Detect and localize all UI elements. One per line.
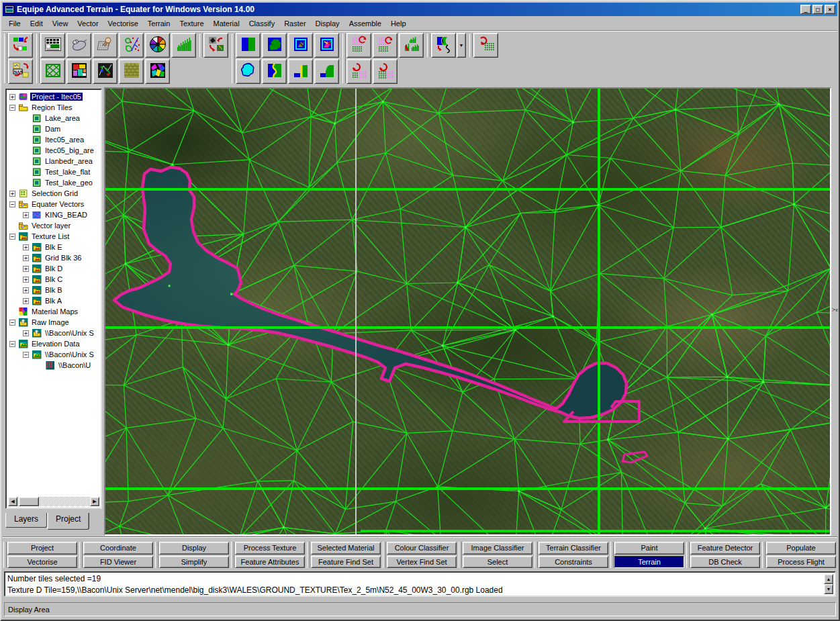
mode-button-terrain[interactable]: Terrain bbox=[614, 556, 684, 569]
expand-icon[interactable]: + bbox=[23, 287, 29, 293]
tree-label[interactable]: Blk B bbox=[44, 286, 64, 294]
mode-button-populate[interactable]: Populate bbox=[766, 542, 836, 555]
vector-s-button-dropdown[interactable]: ▼ bbox=[457, 33, 466, 58]
close-button[interactable]: × bbox=[825, 5, 835, 14]
collapse-icon[interactable]: − bbox=[9, 320, 15, 326]
tree-item-blk-a[interactable]: +Blk A bbox=[8, 295, 99, 306]
tab-layers[interactable]: Layers bbox=[5, 513, 47, 528]
scroll-up-icon[interactable]: ▲ bbox=[824, 574, 833, 584]
mode-button-fid-viewer[interactable]: FID Viewer bbox=[83, 556, 153, 569]
tree-label[interactable]: Lake_area bbox=[44, 114, 81, 122]
wireframe-button[interactable] bbox=[40, 59, 65, 84]
landmass-button[interactable] bbox=[262, 33, 287, 58]
tree-label[interactable]: Blk E bbox=[44, 243, 64, 251]
swap-dots-2-button[interactable] bbox=[373, 33, 398, 58]
tree-item-itec05-big-are[interactable]: Itec05_big_are bbox=[8, 145, 99, 156]
mode-button-constraints[interactable]: Constraints bbox=[539, 556, 608, 569]
menu-raster[interactable]: Raster bbox=[279, 18, 310, 29]
tree-item-texture-list[interactable]: −Texture List bbox=[8, 231, 99, 242]
tree-label[interactable]: Equater Vectors bbox=[30, 200, 85, 208]
tree-item-blk-c[interactable]: +Blk C bbox=[8, 274, 99, 285]
tree-label[interactable]: Grid Blk 36 bbox=[44, 254, 83, 262]
mode-button-select[interactable]: Select bbox=[463, 556, 532, 569]
tab-project[interactable]: Project bbox=[47, 513, 89, 530]
tree-label[interactable]: Llanbedr_area bbox=[44, 157, 94, 165]
expand-icon[interactable]: + bbox=[23, 266, 29, 272]
expand-icon[interactable]: + bbox=[23, 277, 29, 283]
classify-olive-button[interactable] bbox=[288, 33, 313, 58]
reload-dots-2-button[interactable] bbox=[373, 59, 398, 84]
tree-label[interactable]: KING_BEAD bbox=[44, 211, 89, 219]
mode-button-image-classifier[interactable]: Image Classifier bbox=[463, 542, 532, 555]
scroll-down-icon[interactable]: ▼ bbox=[824, 584, 833, 594]
tree-item-lake-area[interactable]: Lake_area bbox=[8, 113, 99, 124]
tree-label[interactable]: \\Bacon\U bbox=[57, 361, 92, 369]
menu-vectorise[interactable]: Vectorise bbox=[103, 18, 143, 29]
nan-tiles-button[interactable]: NAN bbox=[8, 59, 33, 84]
swap-dots-button[interactable] bbox=[346, 33, 371, 58]
expand-icon[interactable]: + bbox=[9, 94, 15, 100]
tree-item-region-tiles[interactable]: −Region Tiles bbox=[8, 102, 99, 113]
tree-label[interactable]: Blk D bbox=[44, 265, 64, 273]
expand-icon[interactable]: + bbox=[23, 330, 29, 336]
maximize-button[interactable]: □ bbox=[812, 5, 823, 14]
tree-label[interactable]: Test_lake_geo bbox=[44, 179, 94, 187]
menu-assemble[interactable]: Assemble bbox=[344, 18, 386, 29]
mode-button-db-check[interactable]: DB Check bbox=[690, 556, 760, 569]
mode-button-selected-material[interactable]: Selected Material bbox=[311, 542, 381, 555]
menu-classify[interactable]: Classify bbox=[244, 18, 280, 29]
river-button[interactable] bbox=[262, 59, 287, 84]
tree-item-test-lake-flat[interactable]: Test_lake_flat bbox=[8, 166, 99, 177]
expand-icon[interactable]: + bbox=[23, 244, 29, 250]
collapse-icon[interactable]: − bbox=[9, 201, 15, 207]
menu-terrain[interactable]: Terrain bbox=[143, 18, 175, 29]
reload-dots-button[interactable] bbox=[346, 59, 371, 84]
menu-vector[interactable]: Vector bbox=[73, 18, 103, 29]
vector-s-button[interactable] bbox=[431, 33, 456, 58]
mode-button-vectorise[interactable]: Vectorise bbox=[7, 556, 77, 569]
tree-item-bacon-unix-s[interactable]: −\\Bacon\Unix S bbox=[8, 349, 99, 360]
mode-button-colour-classifier[interactable]: Colour Classifier bbox=[387, 542, 457, 555]
sketch-button[interactable] bbox=[119, 33, 144, 58]
table-button[interactable] bbox=[40, 33, 65, 58]
mouse-button[interactable] bbox=[66, 33, 91, 58]
mode-button-display[interactable]: Display bbox=[159, 542, 229, 555]
reload-grid-button[interactable] bbox=[473, 33, 498, 58]
waterfall-button[interactable] bbox=[288, 59, 313, 84]
menu-texture[interactable]: Texture bbox=[175, 18, 208, 29]
tree-label[interactable]: Selection Grid bbox=[30, 189, 79, 197]
tree-item-bacon-u[interactable]: \\Bacon\U bbox=[8, 360, 99, 371]
map-view-button[interactable] bbox=[93, 59, 118, 84]
swap-display-button[interactable] bbox=[8, 33, 33, 58]
tree-horizontal-scrollbar[interactable]: ◀ ▶ bbox=[8, 497, 99, 506]
mode-button-feature-detector[interactable]: Feature Detector bbox=[690, 542, 760, 555]
menu-display[interactable]: Display bbox=[311, 18, 344, 29]
tree-label[interactable]: Region Tiles bbox=[30, 103, 74, 111]
collapse-icon[interactable]: − bbox=[23, 352, 29, 358]
tree-label[interactable]: Dam bbox=[44, 125, 62, 133]
lake-button[interactable] bbox=[236, 59, 261, 84]
collapse-icon[interactable]: − bbox=[9, 105, 15, 111]
tree-item-project-itec05[interactable]: +Project - Itec05 bbox=[8, 91, 99, 102]
tree-item-blk-d[interactable]: +Blk D bbox=[8, 263, 99, 274]
mode-button-vertex-find-set[interactable]: Vertex Find Set bbox=[387, 556, 457, 569]
keyboard-button[interactable] bbox=[93, 33, 118, 58]
tree-item-blk-b[interactable]: +Blk B bbox=[8, 285, 99, 295]
refresh-view-button[interactable] bbox=[203, 33, 228, 58]
tree-label[interactable]: Itec05_big_are bbox=[44, 146, 95, 154]
mosaic-button[interactable] bbox=[145, 59, 170, 84]
slope-button[interactable] bbox=[314, 59, 339, 84]
scroll-right-icon[interactable]: ▶ bbox=[90, 497, 99, 506]
menu-material[interactable]: Material bbox=[209, 18, 244, 29]
materials-button[interactable] bbox=[66, 59, 91, 84]
tree-label[interactable]: Itec05_area bbox=[44, 136, 85, 144]
colour-wheel-button[interactable] bbox=[145, 33, 170, 58]
tree-label[interactable]: Vector layer bbox=[30, 222, 72, 230]
mode-button-project[interactable]: Project bbox=[7, 542, 77, 555]
tree-item-king-bead[interactable]: +KING_BEAD bbox=[8, 209, 99, 220]
split-view-button[interactable] bbox=[236, 33, 261, 58]
tree-item-selection-grid[interactable]: +Selection Grid bbox=[8, 188, 99, 199]
histogram-button[interactable] bbox=[171, 33, 196, 58]
expand-icon[interactable]: + bbox=[9, 191, 15, 197]
tree-label[interactable]: \\Bacon\Unix S bbox=[44, 329, 95, 337]
